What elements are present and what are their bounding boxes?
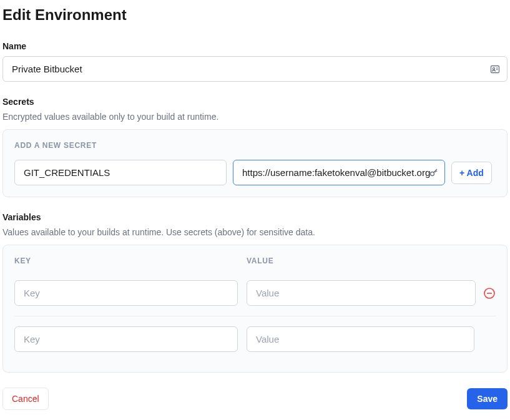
secrets-label: Secrets	[2, 97, 508, 107]
variable-key-input[interactable]	[14, 280, 238, 306]
save-button[interactable]: Save	[467, 388, 508, 409]
secrets-section: Secrets Encrypted values available only …	[2, 97, 508, 197]
variable-row	[14, 321, 496, 357]
secrets-panel-title: ADD A NEW SECRET	[14, 141, 496, 150]
variables-section: Variables Values available to your build…	[2, 212, 508, 373]
secrets-description: Encrypted values available only to your …	[2, 112, 508, 122]
variables-label: Variables	[2, 212, 508, 222]
variable-value-input[interactable]	[247, 326, 474, 352]
variables-header-row: KEY VALUE	[14, 256, 496, 269]
variables-description: Values available to your builds at runti…	[2, 227, 508, 237]
variable-key-input[interactable]	[14, 326, 238, 352]
secrets-panel: ADD A NEW SECRET + Add	[2, 129, 508, 197]
secret-input-row: + Add	[14, 160, 496, 185]
variables-key-header: KEY	[14, 256, 238, 269]
variable-row	[14, 275, 496, 316]
name-field-group: Name	[2, 41, 508, 82]
secret-value-input[interactable]	[233, 160, 445, 185]
spacer	[483, 333, 496, 346]
variable-value-input[interactable]	[247, 280, 476, 306]
secret-key-input[interactable]	[14, 160, 227, 185]
add-secret-button[interactable]: + Add	[451, 162, 492, 184]
name-input[interactable]	[2, 56, 508, 82]
variables-value-header: VALUE	[247, 256, 474, 269]
cancel-button[interactable]: Cancel	[2, 388, 49, 410]
name-label: Name	[2, 41, 508, 51]
remove-icon[interactable]	[483, 287, 496, 300]
footer: Cancel Save	[2, 388, 508, 410]
variables-panel: KEY VALUE	[2, 245, 508, 373]
spacer	[483, 256, 496, 269]
page-title: Edit Environment	[2, 6, 508, 24]
